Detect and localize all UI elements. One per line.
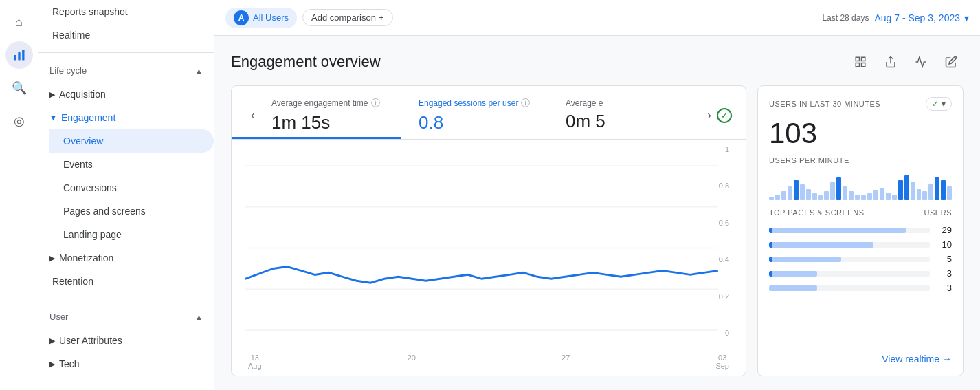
page-bar-2	[769, 257, 841, 262]
mini-bar-24	[917, 189, 922, 200]
chart-card: ‹ Average engagement time ⓘ 1m 15s Engag…	[231, 85, 746, 376]
mini-bar-17	[873, 190, 878, 200]
sidebar-item-tech[interactable]: ▶ Tech	[38, 352, 214, 376]
mini-bar-3	[788, 186, 792, 200]
view-realtime-link[interactable]: View realtime →	[769, 354, 952, 365]
sidebar-item-conversions[interactable]: Conversions	[49, 176, 214, 199]
page-bar-4	[769, 285, 817, 291]
mini-bar-9	[824, 191, 829, 200]
page-row-3[interactable]: 3	[769, 268, 952, 279]
metric-engaged-sessions-label: Engaged sessions per user ⓘ	[419, 97, 544, 109]
mini-bar-15	[861, 195, 866, 200]
x-label-aug27: 27	[561, 354, 570, 370]
metric-avg-c-label: Average e	[566, 98, 691, 108]
x-label-aug20: 20	[408, 354, 416, 370]
page-bar-container-0	[769, 228, 930, 233]
svg-rect-5	[856, 63, 859, 67]
sidebar: Reports snapshot Realtime Life cycle ▲ ▶…	[38, 0, 214, 390]
sidebar-item-pages-screens[interactable]: Pages and screens	[49, 199, 214, 223]
mini-bar-2	[781, 191, 786, 200]
add-comparison-button[interactable]: Add comparison +	[302, 9, 393, 26]
content-area: Engagement overview	[214, 36, 980, 390]
divider-2	[38, 299, 214, 299]
mini-bar-6	[806, 189, 811, 200]
last-days-label: Last 28 days	[822, 13, 869, 23]
mini-bar-19	[886, 193, 891, 200]
svg-rect-6	[862, 63, 865, 67]
mini-bar-23	[911, 182, 915, 200]
users-count: 103	[769, 119, 952, 148]
page-row-1[interactable]: 10	[769, 239, 952, 250]
page-row-0[interactable]: 29	[769, 225, 952, 235]
home-icon[interactable]: ⌂	[5, 8, 33, 36]
metrics-bar: ‹ Average engagement time ⓘ 1m 15s Engag…	[232, 86, 746, 140]
mini-bar-28	[941, 180, 946, 200]
all-users-label: All Users	[253, 12, 289, 23]
engagement-children: Overview Events Conversions Pages and sc…	[38, 129, 214, 246]
search-icon[interactable]: 🔍	[5, 74, 33, 102]
metric-avg-engagement[interactable]: Average engagement time ⓘ 1m 15s	[260, 97, 408, 133]
page-bar-0	[769, 228, 906, 233]
add-comparison-label: Add comparison	[311, 12, 376, 23]
plus-icon: +	[379, 12, 384, 23]
page-actions	[848, 50, 964, 74]
page-bar-1	[769, 242, 873, 248]
mini-bar-29	[947, 186, 952, 200]
top-pages-list: 29 10 5 3 3	[769, 225, 952, 297]
mini-bar-18	[880, 188, 884, 200]
date-range-selector[interactable]: Aug 7 - Sep 3, 2023 ▾	[874, 12, 969, 23]
page-count-4: 3	[935, 283, 952, 293]
sidebar-item-landing-page[interactable]: Landing page	[49, 223, 214, 246]
metric-engaged-sessions[interactable]: Engaged sessions per user ⓘ 0.8	[408, 97, 555, 133]
sidebar-item-monetization[interactable]: ▶ Monetization	[38, 246, 214, 270]
metric-avg-c[interactable]: Average e 0m 5	[555, 98, 702, 132]
sidebar-item-acquisition[interactable]: ▶ Acquisition	[38, 83, 214, 106]
chart-y-labels: 1 0.8 0.6 0.4 0.2 0	[719, 145, 729, 337]
metrics-status-check[interactable]: ✓	[717, 108, 732, 123]
edit-icon[interactable]	[939, 50, 964, 74]
page-row-4[interactable]: 3	[769, 283, 952, 293]
mini-bar-13	[849, 191, 854, 200]
mini-bar-26	[928, 184, 933, 200]
mini-bar-22	[904, 175, 909, 200]
page-count-0: 29	[935, 225, 952, 235]
sidebar-item-engagement[interactable]: ▼ Engagement	[38, 106, 214, 129]
mini-bar-5	[800, 184, 805, 200]
sidebar-item-events[interactable]: Events	[49, 153, 214, 176]
topbar-right: Last 28 days Aug 7 - Sep 3, 2023 ▾	[822, 12, 969, 23]
info-icon-1: ⓘ	[371, 97, 380, 109]
metrics-prev-arrow[interactable]: ‹	[245, 105, 260, 125]
svg-rect-4	[862, 57, 865, 61]
sidebar-item-reports-snapshot[interactable]: Reports snapshot	[38, 0, 214, 23]
line-chart	[245, 145, 732, 351]
sidebar-item-user-attributes[interactable]: ▶ User Attributes	[38, 329, 214, 352]
page-count-2: 5	[935, 254, 952, 264]
users-header: USERS IN LAST 30 MINUTES ✓ ▾	[769, 97, 952, 111]
metric-active-underline	[232, 137, 401, 139]
analytics-icon[interactable]	[5, 41, 33, 69]
status-pill[interactable]: ✓ ▾	[926, 97, 952, 111]
mini-bar-8	[818, 195, 823, 200]
page-bar-container-4	[769, 285, 930, 291]
sidebar-section-user[interactable]: User ▲	[38, 305, 214, 329]
chevron-up-icon-user: ▲	[195, 313, 203, 321]
svg-rect-1	[18, 52, 20, 61]
audience-icon[interactable]: ◎	[5, 107, 33, 135]
page-count-1: 10	[935, 239, 952, 250]
all-users-filter[interactable]: A All Users	[225, 8, 297, 28]
svg-rect-0	[14, 55, 16, 61]
customize-icon[interactable]	[848, 50, 873, 74]
share-icon[interactable]	[878, 50, 903, 74]
sidebar-item-realtime[interactable]: Realtime	[38, 23, 214, 47]
users-per-minute-chart	[769, 173, 952, 200]
mini-bar-11	[836, 177, 841, 200]
insights-icon[interactable]	[909, 50, 933, 74]
mini-bar-25	[922, 191, 927, 200]
page-bar-container-2	[769, 257, 930, 262]
metrics-next-arrow[interactable]: ›	[702, 105, 717, 125]
sidebar-section-lifecycle[interactable]: Life cycle ▲	[38, 58, 214, 83]
sidebar-item-overview[interactable]: Overview	[49, 129, 214, 153]
page-row-2[interactable]: 5	[769, 254, 952, 264]
chevron-down-icon: ▼	[49, 113, 57, 122]
sidebar-item-retention[interactable]: Retention	[38, 270, 214, 293]
